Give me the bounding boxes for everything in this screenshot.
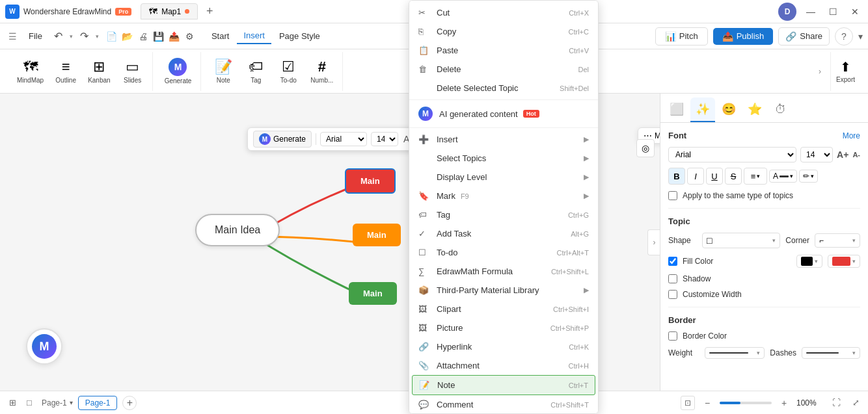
number-btn-ribbon[interactable]: # Numb...: [306, 56, 337, 86]
minimize-button[interactable]: —: [803, 4, 819, 19]
menu-item-file[interactable]: File: [22, 29, 49, 44]
tab[interactable]: 🗺 Map1: [141, 3, 198, 19]
zoom-slider[interactable]: [720, 402, 772, 404]
outline-btn[interactable]: ≡ Outline: [51, 56, 80, 86]
panel-tab-shape[interactable]: ⬜: [664, 97, 689, 122]
fit-btn[interactable]: ⊡: [681, 396, 695, 410]
status-icon-1[interactable]: ⊞: [5, 396, 20, 410]
ctx-insert[interactable]: ➕ Insert ▶: [409, 130, 598, 149]
menu-insert[interactable]: Insert: [237, 28, 271, 44]
print-btn[interactable]: 🖨: [136, 29, 150, 44]
generate-toolbar-btn[interactable]: M Generate: [253, 131, 312, 148]
ctx-todo[interactable]: ☐ To-do Ctrl+Alt+T: [409, 243, 598, 262]
center-node[interactable]: Main Idea: [195, 214, 280, 246]
fill-color-btn-2[interactable]: ▾: [828, 255, 860, 268]
ctx-cut[interactable]: ✂ Cut Ctrl+X: [409, 3, 598, 22]
dashes-select-btn[interactable]: ▾: [802, 347, 860, 359]
ctx-add-task[interactable]: ✓ Add Task Alt+G: [409, 224, 598, 243]
ctx-delete-topic[interactable]: Delete Selected Topic Shift+Del: [409, 79, 598, 97]
slides-btn[interactable]: ▭ Slides: [118, 56, 147, 86]
new-btn[interactable]: 📄: [105, 29, 119, 44]
panel-tab-history[interactable]: ⏱: [768, 97, 793, 122]
ctx-comment[interactable]: 💬 Comment Ctrl+Shift+T: [409, 395, 598, 414]
expand-ribbon-btn[interactable]: ›: [812, 64, 828, 79]
open-btn[interactable]: 📂: [120, 29, 135, 44]
menu-page-style[interactable]: Page Style: [273, 29, 327, 44]
ctx-hyperlink[interactable]: 🔗 Hyperlink Ctrl+K: [409, 337, 598, 356]
zoom-in-btn[interactable]: +: [777, 396, 791, 410]
bold-btn-panel[interactable]: B: [668, 168, 685, 185]
add-tab-button[interactable]: +: [202, 4, 217, 19]
zoom-out-btn[interactable]: −: [700, 396, 714, 410]
ctx-paste[interactable]: 📋 Paste Ctrl+V: [409, 41, 598, 60]
shadow-checkbox[interactable]: [668, 274, 677, 283]
ctx-ai[interactable]: M AI generated content Hot: [409, 102, 598, 125]
ctx-tag[interactable]: 🏷 Tag Ctrl+G: [409, 205, 598, 224]
panel-tab-style[interactable]: ✨: [690, 97, 715, 122]
font-color-panel[interactable]: A▾: [769, 170, 797, 183]
close-button[interactable]: ✕: [847, 4, 863, 19]
share-button[interactable]: 🔗 Share: [778, 27, 830, 45]
ctx-delete[interactable]: 🗑 Delete Del: [409, 60, 598, 79]
fit-view-btn[interactable]: ⤢: [848, 396, 863, 410]
tag-btn-ribbon[interactable]: 🏷 Tag: [241, 56, 270, 86]
user-avatar[interactable]: D: [778, 3, 796, 21]
font-family-panel[interactable]: Arial: [668, 147, 796, 162]
border-color-checkbox[interactable]: [668, 331, 677, 341]
weight-select-btn[interactable]: ▾: [705, 347, 765, 359]
ctx-select-topics[interactable]: Select Topics ▶: [409, 149, 598, 168]
shape-select-btn[interactable]: □ ▾: [702, 233, 780, 248]
ctx-picture[interactable]: 🖼 Picture Ctrl+Shift+P: [409, 318, 598, 337]
font-size-panel[interactable]: 14: [800, 147, 833, 162]
help-button[interactable]: ?: [835, 27, 853, 45]
expand-btn[interactable]: ▾: [858, 31, 863, 42]
ctx-copy[interactable]: ⎘ Copy Ctrl+C: [409, 22, 598, 41]
mindmap-btn[interactable]: 🗺 MindMap: [13, 56, 47, 86]
page-dropdown-icon[interactable]: ▾: [70, 399, 73, 406]
publish-button[interactable]: 📤 Publish: [713, 28, 774, 45]
ctx-attachment[interactable]: 📎 Attachment Ctrl+H: [409, 356, 598, 375]
font-decrease-btn[interactable]: A-: [852, 151, 860, 159]
more-font-label[interactable]: More: [843, 131, 860, 140]
custom-width-checkbox[interactable]: [668, 290, 677, 299]
expand-panel-btn[interactable]: ›: [647, 229, 660, 255]
font-family-select[interactable]: Arial: [320, 132, 367, 146]
maximize-button[interactable]: ☐: [825, 4, 841, 19]
add-page-btn[interactable]: +: [122, 396, 137, 410]
undo-dropdown[interactable]: ▾: [67, 29, 76, 44]
strikethrough-btn-panel[interactable]: S: [725, 168, 742, 185]
todo-btn-ribbon[interactable]: ☑ To-do: [274, 56, 303, 86]
font-increase-btn[interactable]: A+: [837, 149, 848, 160]
page-tab-active[interactable]: Page-1: [78, 396, 118, 410]
redo-dropdown[interactable]: ▾: [93, 29, 102, 44]
ctx-edrawmath[interactable]: ∑ EdrawMath Formula Ctrl+Shift+L: [409, 262, 598, 281]
export2-btn[interactable]: 📤: [167, 29, 182, 44]
fill-color-btn-1[interactable]: ▾: [796, 255, 822, 268]
ctx-third-party[interactable]: 📦 Third-Party Material Library ▶: [409, 281, 598, 300]
menu-start[interactable]: Start: [205, 29, 236, 44]
redo-button[interactable]: ↷: [77, 29, 92, 44]
ctx-note[interactable]: 📝 Note Ctrl+T: [412, 375, 595, 395]
branch-node-2[interactable]: Main: [353, 224, 401, 246]
undo-button[interactable]: ↶: [51, 29, 66, 44]
pitch-button[interactable]: 📊 Pitch: [655, 27, 708, 45]
fullscreen-btn[interactable]: ⛶: [829, 396, 843, 410]
generate-btn-ribbon[interactable]: M Generate: [161, 55, 196, 87]
fill-color-checkbox[interactable]: [668, 257, 677, 266]
kanban-btn[interactable]: ⊞ Kanban: [84, 56, 114, 86]
note-btn-ribbon[interactable]: 📝 Note: [209, 56, 237, 86]
ctx-mark[interactable]: 🔖 Mark F9 ▶: [409, 187, 598, 205]
ctx-clipart[interactable]: 🖼 Clipart Ctrl+Shift+I: [409, 300, 598, 318]
corner-select-btn[interactable]: ⌐ ▾: [815, 233, 860, 248]
italic-btn-panel[interactable]: I: [687, 168, 704, 185]
save-btn[interactable]: 💾: [152, 29, 166, 44]
panel-tab-emoji[interactable]: 😊: [716, 97, 741, 122]
apply-same-type-checkbox[interactable]: [668, 191, 677, 200]
collapse-sidebar-btn[interactable]: ☰: [5, 29, 20, 44]
underline-btn-panel[interactable]: U: [706, 168, 723, 185]
status-icon-2[interactable]: □: [22, 396, 36, 410]
panel-tab-clipart[interactable]: ⭐: [742, 97, 767, 122]
highlight-color-panel[interactable]: ✏▾: [799, 170, 818, 183]
ctx-display-level[interactable]: Display Level ▶: [409, 168, 598, 187]
font-size-select-toolbar[interactable]: 14: [371, 132, 398, 146]
